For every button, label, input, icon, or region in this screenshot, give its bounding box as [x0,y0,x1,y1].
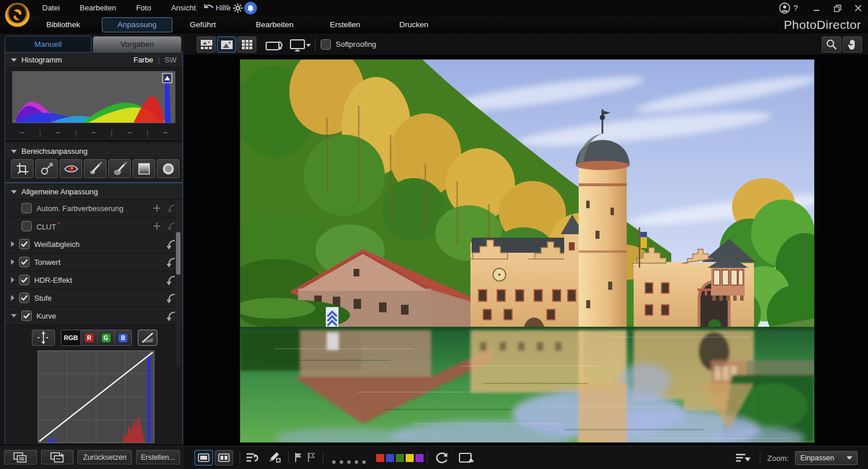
targeted-adjustment-icon[interactable] [32,330,55,346]
view-mode-single-icon[interactable] [217,36,236,53]
copy-adjustments-icon[interactable] [4,450,37,464]
tab-drucken[interactable]: Drucken [393,16,434,34]
expand-chevron-down-icon[interactable] [11,314,17,317]
adjustment-row-hdr[interactable]: HDR-Effekt [5,271,182,289]
paste-adjustments-icon[interactable] [41,450,74,464]
softproofing-checkbox[interactable] [321,39,331,50]
help-button[interactable]: ? [789,2,802,14]
color-label-swatches[interactable] [375,454,424,464]
histogram-mode-color[interactable]: Farbe [134,56,153,64]
zoom-select[interactable]: Einpassen [795,451,858,465]
pen-annotation-icon[interactable] [267,451,281,466]
red-eye-tool-icon[interactable] [60,159,82,178]
color-label-yellow[interactable] [406,454,414,462]
channel-blue-button[interactable]: B [115,330,131,345]
histogram-section-header[interactable]: Histogramm Farbe | SW [5,53,182,68]
tab-bearbeiten[interactable]: Bearbeiten [250,16,299,34]
gradient-mask-tool-icon[interactable] [133,159,155,178]
single-view-icon[interactable] [194,450,213,466]
menu-foto[interactable]: Foto [127,0,160,16]
menu-ansicht[interactable]: Ansicht [163,0,205,16]
adjustment-row-kurve[interactable]: Kurve [5,307,182,325]
history-icon[interactable] [245,452,260,467]
zoom-tool-icon[interactable] [822,36,841,53]
sort-options-icon[interactable] [735,452,751,466]
tone-curve-graph[interactable] [38,350,155,443]
settings-gear-icon[interactable] [230,1,245,16]
color-label-purple[interactable] [415,454,424,462]
channel-red-button[interactable]: R [81,330,98,345]
checkbox-checked[interactable] [19,257,30,267]
hand-tool-icon[interactable] [843,36,862,53]
view-mode-grid-icon[interactable] [237,36,256,53]
adjustment-row-clut[interactable]: CLUT* [5,217,182,235]
secondary-monitor-icon[interactable] [289,39,311,55]
color-label-blue[interactable] [386,454,394,462]
tab-erstellen[interactable]: Erstellen [324,16,366,34]
checkbox-unchecked[interactable] [21,221,32,231]
rotate-photo-icon[interactable] [435,452,449,467]
checkbox-checked[interactable] [19,293,30,303]
adjustment-row-tonwert[interactable]: Tonwert [5,253,182,271]
panel-scrollbar-track[interactable] [176,201,181,367]
tab-anpassung[interactable]: Anpassung [102,17,172,32]
auto-crop-icon[interactable] [458,452,475,466]
regional-section-header[interactable]: Bereichsanpassung [5,144,182,159]
linear-curve-icon[interactable] [138,330,157,346]
checkbox-unchecked[interactable] [21,203,32,213]
close-icon[interactable] [852,2,865,14]
adjustment-row-weissabgleich[interactable]: Weißabgleich [5,235,182,253]
view-mode-filmstrip-icon[interactable] [197,36,216,53]
spot-removal-tool-icon[interactable] [35,159,58,178]
checkbox-checked[interactable] [21,311,32,321]
minimize-icon[interactable] [810,2,823,14]
reset-row-icon[interactable] [167,221,176,231]
smudge-brush-tool-icon[interactable] [108,159,131,178]
adjustment-row-stufe[interactable]: Stufe [5,289,182,307]
menu-datei[interactable]: Datei [34,0,68,16]
expand-chevron-icon[interactable] [11,277,14,283]
tab-manuell[interactable]: Manuell [5,36,91,52]
reset-row-icon[interactable] [166,311,176,322]
checkbox-checked[interactable] [19,239,30,249]
undo-icon[interactable] [201,1,216,16]
reset-row-icon[interactable] [166,257,176,268]
reset-row-icon[interactable] [166,275,176,286]
tab-bibliothek[interactable]: Bibliothek [41,16,86,34]
add-preset-icon[interactable] [152,204,161,213]
color-label-red[interactable] [376,454,384,462]
crop-tool-icon[interactable] [11,159,34,178]
reset-button[interactable]: Zurücksetzen [78,450,132,464]
general-section-header[interactable]: Allgemeine Anpassung [5,184,182,200]
tab-vorgaben[interactable]: Vorgaben [93,36,182,52]
redo-icon[interactable] [216,1,231,16]
channel-rgb-button[interactable]: RGB [61,330,81,345]
create-preset-button[interactable]: Erstellen... [136,450,180,464]
adjustment-brush-tool-icon[interactable] [84,159,106,178]
photo-mespelbrunn-castle[interactable] [240,60,814,442]
restore-icon[interactable] [831,2,844,14]
radial-mask-tool-icon[interactable] [157,159,179,178]
expand-chevron-icon[interactable] [11,259,14,265]
channel-green-button[interactable]: G [98,330,115,345]
panel-scrollbar-thumb[interactable] [176,232,181,275]
reset-row-icon[interactable] [166,239,176,250]
adjustment-row-auto-color[interactable]: Autom. Farbverbesserung [5,200,182,217]
color-label-green[interactable] [396,454,404,462]
reset-row-icon[interactable] [166,293,176,304]
expand-chevron-icon[interactable] [11,241,14,247]
histogram-display[interactable] [12,71,175,123]
checkbox-checked[interactable] [19,275,30,285]
notification-bell-icon[interactable] [244,2,257,14]
add-preset-icon[interactable] [152,221,161,231]
flag-pick-icon[interactable] [294,452,303,465]
flag-reject-icon[interactable] [307,452,316,465]
star-rating-dots[interactable] [330,456,367,466]
expand-chevron-icon[interactable] [11,295,14,301]
rotate-view-icon[interactable] [264,38,285,56]
menu-bearbeiten[interactable]: Bearbeiten [71,0,125,16]
histogram-mode-bw[interactable]: SW [164,56,176,64]
reset-row-icon[interactable] [167,204,176,213]
compare-view-icon[interactable] [215,450,233,466]
tab-gefuehrt[interactable]: Geführt [184,16,222,34]
